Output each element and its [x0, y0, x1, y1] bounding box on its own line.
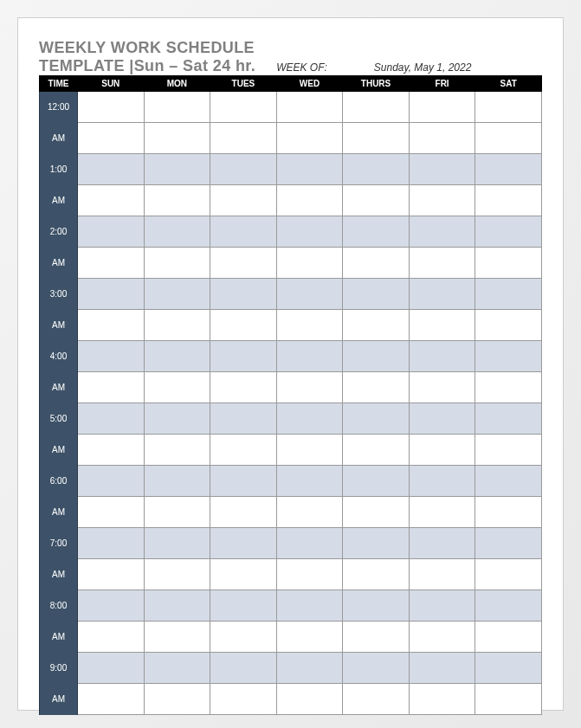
schedule-cell[interactable] [78, 653, 145, 684]
schedule-cell[interactable] [409, 248, 475, 279]
schedule-cell[interactable] [343, 684, 410, 715]
schedule-cell[interactable] [144, 497, 210, 528]
schedule-cell[interactable] [210, 216, 277, 248]
schedule-cell[interactable] [78, 372, 145, 403]
schedule-cell[interactable] [475, 435, 542, 466]
schedule-cell[interactable] [343, 341, 410, 372]
schedule-cell[interactable] [144, 466, 210, 497]
schedule-cell[interactable] [475, 559, 542, 590]
schedule-cell[interactable] [276, 372, 343, 403]
schedule-cell[interactable] [78, 403, 145, 435]
schedule-cell[interactable] [475, 403, 542, 435]
schedule-cell[interactable] [409, 185, 475, 216]
schedule-cell[interactable] [475, 248, 542, 279]
schedule-cell[interactable] [409, 154, 475, 185]
schedule-cell[interactable] [144, 123, 210, 154]
schedule-cell[interactable] [475, 590, 542, 622]
schedule-cell[interactable] [144, 341, 210, 372]
schedule-cell[interactable] [409, 372, 475, 403]
schedule-cell[interactable] [276, 279, 343, 310]
schedule-cell[interactable] [475, 497, 542, 528]
schedule-cell[interactable] [210, 653, 277, 684]
schedule-cell[interactable] [78, 310, 145, 341]
schedule-cell[interactable] [210, 154, 277, 185]
schedule-cell[interactable] [78, 590, 145, 622]
schedule-cell[interactable] [475, 653, 542, 684]
schedule-cell[interactable] [78, 341, 145, 372]
schedule-cell[interactable] [343, 528, 410, 559]
schedule-cell[interactable] [343, 559, 410, 590]
schedule-cell[interactable] [409, 92, 475, 123]
schedule-cell[interactable] [343, 435, 410, 466]
schedule-cell[interactable] [144, 559, 210, 590]
schedule-cell[interactable] [276, 559, 343, 590]
schedule-cell[interactable] [343, 653, 410, 684]
schedule-cell[interactable] [144, 372, 210, 403]
schedule-cell[interactable] [409, 622, 475, 653]
schedule-cell[interactable] [276, 653, 343, 684]
schedule-cell[interactable] [409, 216, 475, 248]
schedule-cell[interactable] [78, 466, 145, 497]
schedule-cell[interactable] [409, 310, 475, 341]
schedule-cell[interactable] [276, 684, 343, 715]
schedule-cell[interactable] [276, 497, 343, 528]
schedule-cell[interactable] [78, 123, 145, 154]
schedule-cell[interactable] [343, 248, 410, 279]
schedule-cell[interactable] [475, 154, 542, 185]
schedule-cell[interactable] [210, 497, 277, 528]
schedule-cell[interactable] [78, 559, 145, 590]
schedule-cell[interactable] [276, 622, 343, 653]
schedule-cell[interactable] [276, 528, 343, 559]
schedule-cell[interactable] [475, 341, 542, 372]
schedule-cell[interactable] [409, 497, 475, 528]
schedule-cell[interactable] [144, 279, 210, 310]
schedule-cell[interactable] [78, 185, 145, 216]
schedule-cell[interactable] [276, 435, 343, 466]
schedule-cell[interactable] [475, 684, 542, 715]
schedule-cell[interactable] [78, 684, 145, 715]
schedule-cell[interactable] [475, 216, 542, 248]
schedule-cell[interactable] [210, 310, 277, 341]
schedule-cell[interactable] [144, 684, 210, 715]
schedule-cell[interactable] [475, 185, 542, 216]
schedule-cell[interactable] [144, 622, 210, 653]
schedule-cell[interactable] [343, 216, 410, 248]
schedule-cell[interactable] [78, 279, 145, 310]
schedule-cell[interactable] [276, 310, 343, 341]
schedule-cell[interactable] [210, 435, 277, 466]
schedule-cell[interactable] [409, 341, 475, 372]
schedule-cell[interactable] [144, 435, 210, 466]
schedule-cell[interactable] [210, 403, 277, 435]
schedule-cell[interactable] [409, 684, 475, 715]
schedule-cell[interactable] [343, 372, 410, 403]
schedule-cell[interactable] [475, 92, 542, 123]
schedule-cell[interactable] [409, 403, 475, 435]
schedule-cell[interactable] [210, 528, 277, 559]
schedule-cell[interactable] [210, 466, 277, 497]
schedule-cell[interactable] [276, 403, 343, 435]
schedule-cell[interactable] [210, 684, 277, 715]
schedule-cell[interactable] [210, 248, 277, 279]
schedule-cell[interactable] [343, 497, 410, 528]
schedule-cell[interactable] [343, 92, 410, 123]
schedule-cell[interactable] [210, 622, 277, 653]
schedule-cell[interactable] [409, 123, 475, 154]
schedule-cell[interactable] [78, 92, 145, 123]
schedule-cell[interactable] [343, 123, 410, 154]
schedule-cell[interactable] [144, 403, 210, 435]
schedule-cell[interactable] [409, 590, 475, 622]
schedule-cell[interactable] [475, 310, 542, 341]
schedule-cell[interactable] [144, 216, 210, 248]
schedule-cell[interactable] [276, 92, 343, 123]
schedule-cell[interactable] [409, 528, 475, 559]
schedule-cell[interactable] [276, 248, 343, 279]
schedule-cell[interactable] [78, 248, 145, 279]
schedule-cell[interactable] [210, 92, 277, 123]
schedule-cell[interactable] [78, 154, 145, 185]
schedule-cell[interactable] [78, 435, 145, 466]
schedule-cell[interactable] [210, 123, 277, 154]
schedule-cell[interactable] [144, 310, 210, 341]
schedule-cell[interactable] [210, 590, 277, 622]
schedule-cell[interactable] [210, 185, 277, 216]
schedule-cell[interactable] [276, 185, 343, 216]
